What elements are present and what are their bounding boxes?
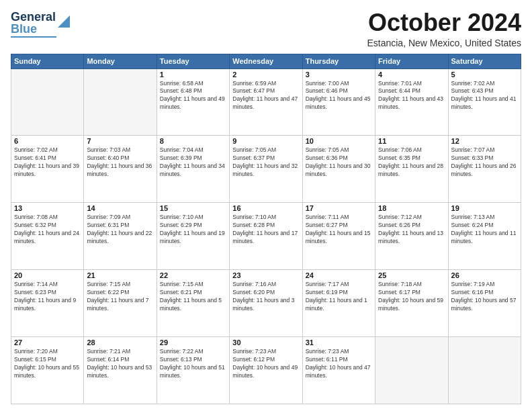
calendar-cell: 17Sunrise: 7:11 AMSunset: 6:27 PMDayligh… <box>302 203 375 270</box>
logo: General Blue <box>11 11 70 38</box>
day-number: 31 <box>306 338 372 347</box>
day-number: 24 <box>306 271 372 279</box>
col-saturday: Saturday <box>448 54 521 68</box>
day-number: 11 <box>378 137 445 145</box>
day-info: Sunrise: 7:15 AMSunset: 6:22 PMDaylight:… <box>87 281 153 313</box>
calendar-cell: 9Sunrise: 7:05 AMSunset: 6:37 PMDaylight… <box>230 136 302 203</box>
day-number: 21 <box>87 271 153 279</box>
calendar-cell <box>11 68 84 136</box>
calendar-cell: 22Sunrise: 7:15 AMSunset: 6:21 PMDayligh… <box>157 270 229 337</box>
calendar-cell: 3Sunrise: 7:00 AMSunset: 6:46 PMDaylight… <box>302 68 375 136</box>
month-title: October 2024 <box>367 9 521 36</box>
calendar-table: Sunday Monday Tuesday Wednesday Thursday… <box>11 54 521 404</box>
day-number: 15 <box>160 204 226 212</box>
day-info: Sunrise: 7:21 AMSunset: 6:14 PMDaylight:… <box>87 348 153 380</box>
day-number: 5 <box>451 71 518 79</box>
calendar-cell: 19Sunrise: 7:13 AMSunset: 6:24 PMDayligh… <box>448 203 521 270</box>
calendar-cell: 21Sunrise: 7:15 AMSunset: 6:22 PMDayligh… <box>84 270 157 337</box>
day-number: 13 <box>14 204 81 212</box>
calendar-cell: 27Sunrise: 7:20 AMSunset: 6:15 PMDayligh… <box>11 337 84 404</box>
day-info: Sunrise: 7:15 AMSunset: 6:21 PMDaylight:… <box>160 281 226 313</box>
calendar-cell: 31Sunrise: 7:23 AMSunset: 6:11 PMDayligh… <box>302 337 375 404</box>
calendar-cell: 15Sunrise: 7:10 AMSunset: 6:29 PMDayligh… <box>157 203 229 270</box>
title-area: October 2024 Estancia, New Mexico, Unite… <box>367 9 521 48</box>
day-number: 25 <box>378 271 445 279</box>
logo-icon <box>58 13 70 28</box>
day-number: 12 <box>451 137 518 145</box>
calendar-week-5: 27Sunrise: 7:20 AMSunset: 6:15 PMDayligh… <box>11 337 521 404</box>
day-info: Sunrise: 7:14 AMSunset: 6:23 PMDaylight:… <box>14 281 81 313</box>
calendar-cell: 23Sunrise: 7:16 AMSunset: 6:20 PMDayligh… <box>230 270 302 337</box>
day-info: Sunrise: 7:13 AMSunset: 6:24 PMDaylight:… <box>451 214 518 246</box>
calendar-cell: 30Sunrise: 7:23 AMSunset: 6:12 PMDayligh… <box>230 337 302 404</box>
day-number: 9 <box>232 137 299 145</box>
day-info: Sunrise: 7:16 AMSunset: 6:20 PMDaylight:… <box>232 281 299 313</box>
day-number: 16 <box>232 204 299 212</box>
calendar-cell: 18Sunrise: 7:12 AMSunset: 6:26 PMDayligh… <box>375 203 448 270</box>
calendar-cell <box>84 68 157 136</box>
day-info: Sunrise: 7:07 AMSunset: 6:33 PMDaylight:… <box>451 146 518 179</box>
day-info: Sunrise: 7:05 AMSunset: 6:36 PMDaylight:… <box>306 146 372 179</box>
day-info: Sunrise: 7:06 AMSunset: 6:35 PMDaylight:… <box>378 146 445 179</box>
location: Estancia, New Mexico, United States <box>367 38 521 48</box>
day-number: 2 <box>232 71 299 79</box>
day-number: 23 <box>232 271 299 279</box>
day-info: Sunrise: 7:19 AMSunset: 6:16 PMDaylight:… <box>451 281 518 313</box>
day-number: 22 <box>160 271 226 279</box>
logo-divider <box>11 36 56 38</box>
day-info: Sunrise: 7:10 AMSunset: 6:28 PMDaylight:… <box>232 214 299 246</box>
calendar-cell: 2Sunrise: 6:59 AMSunset: 6:47 PMDaylight… <box>230 68 302 136</box>
calendar-cell: 25Sunrise: 7:18 AMSunset: 6:17 PMDayligh… <box>375 270 448 337</box>
day-number: 20 <box>14 271 81 279</box>
day-info: Sunrise: 7:20 AMSunset: 6:15 PMDaylight:… <box>14 348 81 380</box>
day-number: 10 <box>306 137 372 145</box>
col-wednesday: Wednesday <box>230 54 302 68</box>
day-number: 8 <box>160 137 226 145</box>
col-sunday: Sunday <box>11 54 84 68</box>
day-info: Sunrise: 7:03 AMSunset: 6:40 PMDaylight:… <box>87 146 153 179</box>
calendar-header-row: Sunday Monday Tuesday Wednesday Thursday… <box>11 54 521 68</box>
calendar-cell <box>375 337 448 404</box>
calendar-cell: 10Sunrise: 7:05 AMSunset: 6:36 PMDayligh… <box>302 136 375 203</box>
header: General Blue October 2024 Estancia, New … <box>11 9 521 48</box>
day-info: Sunrise: 7:22 AMSunset: 6:13 PMDaylight:… <box>160 348 226 380</box>
calendar-cell: 8Sunrise: 7:04 AMSunset: 6:39 PMDaylight… <box>157 136 229 203</box>
day-info: Sunrise: 6:58 AMSunset: 6:48 PMDaylight:… <box>160 80 226 112</box>
calendar-cell: 16Sunrise: 7:10 AMSunset: 6:28 PMDayligh… <box>230 203 302 270</box>
day-number: 6 <box>14 137 81 145</box>
day-number: 18 <box>378 204 445 212</box>
calendar-cell: 13Sunrise: 7:08 AMSunset: 6:32 PMDayligh… <box>11 203 84 270</box>
day-number: 14 <box>87 204 153 212</box>
calendar-week-1: 1Sunrise: 6:58 AMSunset: 6:48 PMDaylight… <box>11 68 521 136</box>
day-number: 1 <box>160 71 226 79</box>
calendar-cell: 6Sunrise: 7:02 AMSunset: 6:41 PMDaylight… <box>11 136 84 203</box>
day-info: Sunrise: 7:08 AMSunset: 6:32 PMDaylight:… <box>14 214 81 246</box>
calendar-cell: 5Sunrise: 7:02 AMSunset: 6:43 PMDaylight… <box>448 68 521 136</box>
calendar-cell: 29Sunrise: 7:22 AMSunset: 6:13 PMDayligh… <box>157 337 229 404</box>
day-info: Sunrise: 7:02 AMSunset: 6:41 PMDaylight:… <box>14 146 81 179</box>
calendar-cell: 7Sunrise: 7:03 AMSunset: 6:40 PMDaylight… <box>84 136 157 203</box>
calendar-cell: 28Sunrise: 7:21 AMSunset: 6:14 PMDayligh… <box>84 337 157 404</box>
day-info: Sunrise: 7:04 AMSunset: 6:39 PMDaylight:… <box>160 146 226 179</box>
day-number: 19 <box>451 204 518 212</box>
calendar-cell: 14Sunrise: 7:09 AMSunset: 6:31 PMDayligh… <box>84 203 157 270</box>
day-info: Sunrise: 7:00 AMSunset: 6:46 PMDaylight:… <box>306 80 372 112</box>
calendar-cell: 26Sunrise: 7:19 AMSunset: 6:16 PMDayligh… <box>448 270 521 337</box>
day-number: 7 <box>87 137 153 145</box>
day-number: 30 <box>232 338 299 347</box>
day-number: 28 <box>87 338 153 347</box>
day-number: 3 <box>306 71 372 79</box>
day-info: Sunrise: 7:10 AMSunset: 6:29 PMDaylight:… <box>160 214 226 246</box>
calendar-cell: 1Sunrise: 6:58 AMSunset: 6:48 PMDaylight… <box>157 68 229 136</box>
calendar-cell: 12Sunrise: 7:07 AMSunset: 6:33 PMDayligh… <box>448 136 521 203</box>
calendar-cell: 20Sunrise: 7:14 AMSunset: 6:23 PMDayligh… <box>11 270 84 337</box>
day-info: Sunrise: 7:18 AMSunset: 6:17 PMDaylight:… <box>378 281 445 313</box>
day-info: Sunrise: 7:17 AMSunset: 6:19 PMDaylight:… <box>306 281 372 313</box>
logo-blue: Blue <box>11 23 56 35</box>
calendar-cell: 11Sunrise: 7:06 AMSunset: 6:35 PMDayligh… <box>375 136 448 203</box>
logo-general: General <box>11 11 56 23</box>
day-info: Sunrise: 7:23 AMSunset: 6:12 PMDaylight:… <box>232 348 299 380</box>
day-info: Sunrise: 6:59 AMSunset: 6:47 PMDaylight:… <box>232 80 299 112</box>
day-info: Sunrise: 7:02 AMSunset: 6:43 PMDaylight:… <box>451 80 518 112</box>
day-info: Sunrise: 7:23 AMSunset: 6:11 PMDaylight:… <box>306 348 372 380</box>
